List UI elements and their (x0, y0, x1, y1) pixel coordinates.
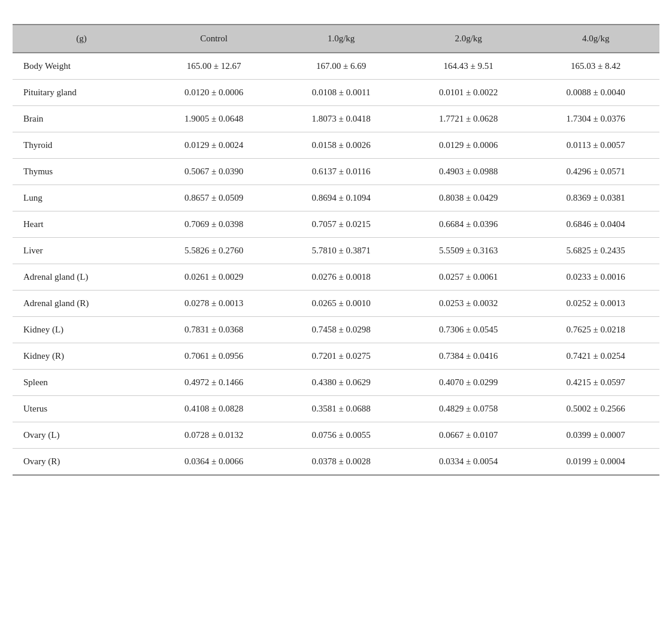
organ-value: 0.0253 ± 0.0032 (405, 291, 532, 317)
organ-value: 0.0265 ± 0.0010 (277, 291, 405, 317)
organ-label: Lung (13, 185, 150, 211)
organ-value: 0.7625 ± 0.0218 (532, 317, 659, 343)
organ-value: 0.0088 ± 0.0040 (532, 80, 659, 106)
organ-label: Heart (13, 211, 150, 238)
table-row: Adrenal gland (L)0.0261 ± 0.00290.0276 ±… (13, 264, 659, 291)
organ-value: 0.0158 ± 0.0026 (277, 132, 405, 159)
organ-value: 0.4903 ± 0.0988 (405, 159, 532, 185)
organ-value: 0.7421 ± 0.0254 (532, 343, 659, 370)
table-row: Body Weight165.00 ± 12.67167.00 ± 6.6916… (13, 53, 659, 80)
organ-value: 0.0667 ± 0.0107 (405, 422, 532, 449)
table-row: Brain1.9005 ± 0.06481.8073 ± 0.04181.772… (13, 106, 659, 132)
header-dose3: 4.0g/kg (532, 25, 659, 53)
table-row: Lung0.8657 ± 0.05090.8694 ± 0.10940.8038… (13, 185, 659, 211)
organ-value: 0.0233 ± 0.0016 (532, 264, 659, 291)
organ-value: 0.0257 ± 0.0061 (405, 264, 532, 291)
organ-weight-table: (g) Control 1.0g/kg 2.0g/kg 4.0g/kg Body… (13, 24, 659, 476)
organ-value: 0.4829 ± 0.0758 (405, 396, 532, 422)
table-wrapper: (g) Control 1.0g/kg 2.0g/kg 4.0g/kg Body… (13, 24, 659, 476)
organ-value: 0.7057 ± 0.0215 (277, 211, 405, 238)
organ-value: 1.7721 ± 0.0628 (405, 106, 532, 132)
organ-label: Liver (13, 238, 150, 264)
organ-label: Brain (13, 106, 150, 132)
organ-label: Ovary (L) (13, 422, 150, 449)
organ-value: 0.6846 ± 0.0404 (532, 211, 659, 238)
organ-value: 5.5826 ± 0.2760 (150, 238, 278, 264)
organ-value: 0.8657 ± 0.0509 (150, 185, 278, 211)
organ-value: 0.0728 ± 0.0132 (150, 422, 278, 449)
organ-value: 0.6684 ± 0.0396 (405, 211, 532, 238)
table-row: Adrenal gland (R)0.0278 ± 0.00130.0265 ±… (13, 291, 659, 317)
table-row: Ovary (L)0.0728 ± 0.01320.0756 ± 0.00550… (13, 422, 659, 449)
organ-label: Thymus (13, 159, 150, 185)
table-row: Thymus0.5067 ± 0.03900.6137 ± 0.01160.49… (13, 159, 659, 185)
organ-value: 0.7061 ± 0.0956 (150, 343, 278, 370)
organ-value: 0.4380 ± 0.0629 (277, 370, 405, 396)
organ-value: 0.4070 ± 0.0299 (405, 370, 532, 396)
organ-value: 0.0399 ± 0.0007 (532, 422, 659, 449)
organ-value: 0.0199 ± 0.0004 (532, 449, 659, 476)
organ-label: Kidney (R) (13, 343, 150, 370)
header-control: Control (150, 25, 278, 53)
organ-value: 0.0101 ± 0.0022 (405, 80, 532, 106)
organ-value: 0.7458 ± 0.0298 (277, 317, 405, 343)
organ-value: 1.7304 ± 0.0376 (532, 106, 659, 132)
organ-value: 0.0756 ± 0.0055 (277, 422, 405, 449)
organ-value: 0.7069 ± 0.0398 (150, 211, 278, 238)
organ-value: 0.0129 ± 0.0006 (405, 132, 532, 159)
organ-value: 1.9005 ± 0.0648 (150, 106, 278, 132)
table-row: Kidney (L)0.7831 ± 0.03680.7458 ± 0.0298… (13, 317, 659, 343)
table-row: Thyroid0.0129 ± 0.00240.0158 ± 0.00260.0… (13, 132, 659, 159)
organ-value: 0.0378 ± 0.0028 (277, 449, 405, 476)
organ-value: 0.4296 ± 0.0571 (532, 159, 659, 185)
organ-label: Body Weight (13, 53, 150, 80)
table-row: Liver5.5826 ± 0.27605.7810 ± 0.38715.550… (13, 238, 659, 264)
organ-value: 0.0252 ± 0.0013 (532, 291, 659, 317)
organ-value: 0.4972 ± 0.1466 (150, 370, 278, 396)
organ-value: 0.7306 ± 0.0545 (405, 317, 532, 343)
organ-value: 0.3581 ± 0.0688 (277, 396, 405, 422)
organ-value: 0.0129 ± 0.0024 (150, 132, 278, 159)
organ-value: 0.5067 ± 0.0390 (150, 159, 278, 185)
organ-value: 5.5509 ± 0.3163 (405, 238, 532, 264)
organ-value: 165.00 ± 12.67 (150, 53, 278, 80)
organ-value: 0.8694 ± 0.1094 (277, 185, 405, 211)
organ-value: 0.7384 ± 0.0416 (405, 343, 532, 370)
organ-value: 0.0276 ± 0.0018 (277, 264, 405, 291)
organ-value: 0.8038 ± 0.0429 (405, 185, 532, 211)
table-row: Spleen0.4972 ± 0.14660.4380 ± 0.06290.40… (13, 370, 659, 396)
table-row: Uterus0.4108 ± 0.08280.3581 ± 0.06880.48… (13, 396, 659, 422)
organ-label: Thyroid (13, 132, 150, 159)
organ-value: 0.0120 ± 0.0006 (150, 80, 278, 106)
organ-value: 0.0334 ± 0.0054 (405, 449, 532, 476)
table-row: Kidney (R)0.7061 ± 0.09560.7201 ± 0.0275… (13, 343, 659, 370)
table-row: Heart0.7069 ± 0.03980.7057 ± 0.02150.668… (13, 211, 659, 238)
organ-value: 0.0108 ± 0.0011 (277, 80, 405, 106)
organ-value: 0.0278 ± 0.0013 (150, 291, 278, 317)
organ-value: 165.03 ± 8.42 (532, 53, 659, 80)
organ-value: 0.5002 ± 0.2566 (532, 396, 659, 422)
organ-value: 1.8073 ± 0.0418 (277, 106, 405, 132)
header-organ: (g) (13, 25, 150, 53)
organ-label: Adrenal gland (R) (13, 291, 150, 317)
organ-label: Ovary (R) (13, 449, 150, 476)
organ-value: 5.7810 ± 0.3871 (277, 238, 405, 264)
organ-label: Adrenal gland (L) (13, 264, 150, 291)
organ-value: 0.6137 ± 0.0116 (277, 159, 405, 185)
header-dose1: 1.0g/kg (277, 25, 405, 53)
header-dose2: 2.0g/kg (405, 25, 532, 53)
organ-value: 0.4108 ± 0.0828 (150, 396, 278, 422)
organ-value: 167.00 ± 6.69 (277, 53, 405, 80)
organ-label: Kidney (L) (13, 317, 150, 343)
organ-label: Uterus (13, 396, 150, 422)
organ-value: 0.4215 ± 0.0597 (532, 370, 659, 396)
table-header-row: (g) Control 1.0g/kg 2.0g/kg 4.0g/kg (13, 25, 659, 53)
organ-value: 164.43 ± 9.51 (405, 53, 532, 80)
organ-value: 0.7201 ± 0.0275 (277, 343, 405, 370)
organ-label: Spleen (13, 370, 150, 396)
organ-value: 0.0261 ± 0.0029 (150, 264, 278, 291)
organ-label: Pituitary gland (13, 80, 150, 106)
organ-value: 0.0113 ± 0.0057 (532, 132, 659, 159)
organ-value: 0.0364 ± 0.0066 (150, 449, 278, 476)
organ-value: 0.7831 ± 0.0368 (150, 317, 278, 343)
